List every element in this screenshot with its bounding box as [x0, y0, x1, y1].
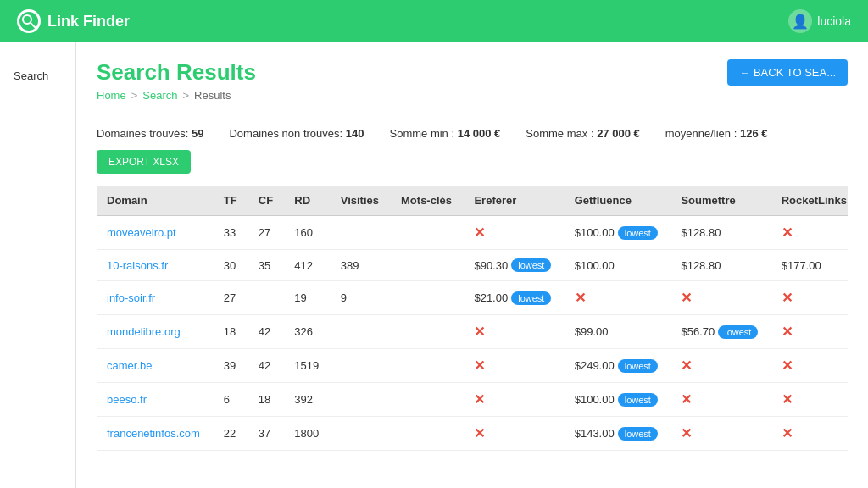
- lowest-badge: lowest: [511, 258, 551, 272]
- col-visities: Visities: [331, 186, 391, 216]
- breadcrumb: Home > Search > Results: [97, 89, 256, 102]
- cell-tf: 6: [214, 383, 248, 417]
- cell-tf: 22: [214, 417, 248, 451]
- cell-mots-cles: [391, 250, 464, 281]
- table-row: beeso.fr618392✕$100.00lowest✕✕: [97, 383, 848, 417]
- cell-visities: 389: [331, 250, 391, 281]
- cell-value: $90.30: [474, 259, 508, 272]
- table-cell: ✕: [464, 349, 564, 383]
- sum-max-label: Somme max :: [526, 127, 593, 140]
- table-row: 10-raisons.fr3035412389$90.30lowest$100.…: [97, 250, 848, 281]
- avg-value: 126 €: [740, 127, 768, 140]
- x-mark-icon: ✕: [782, 225, 793, 240]
- cell-domain[interactable]: camer.be: [97, 349, 214, 383]
- x-mark-icon: ✕: [474, 225, 485, 240]
- table-header: Domain TF CF RD Visities Mots-clés Erefe…: [97, 186, 848, 216]
- export-xlsx-button[interactable]: EXPORT XLSX: [97, 150, 191, 174]
- table-row: moveaveiro.pt3327160✕$100.00lowest$128.8…: [97, 216, 848, 250]
- col-rd: RD: [284, 186, 330, 216]
- cell-value: $143.00: [575, 427, 615, 440]
- table-cell: $90.30lowest: [464, 250, 564, 281]
- not-found-label: Domaines non trouvés:: [229, 127, 342, 140]
- cell-domain[interactable]: beeso.fr: [97, 383, 214, 417]
- cell-cf: 42: [248, 349, 285, 383]
- username: luciola: [817, 14, 851, 28]
- cell-domain[interactable]: mondelibre.org: [97, 315, 214, 349]
- results-table-wrap: Domain TF CF RD Visities Mots-clés Erefe…: [97, 186, 848, 451]
- sum-max-value: 27 000 €: [597, 127, 640, 140]
- cell-tf: 39: [214, 349, 248, 383]
- cell-value: $128.80: [681, 259, 721, 272]
- cell-cf: 35: [248, 250, 285, 281]
- back-to-search-button[interactable]: ← BACK TO SEA...: [727, 59, 848, 86]
- cell-visities: [331, 315, 391, 349]
- sum-min-stat: Somme min : 14 000 €: [390, 127, 501, 140]
- main-content: Search Results Home > Search > Results ←…: [76, 42, 868, 488]
- results-table: Domain TF CF RD Visities Mots-clés Erefe…: [97, 186, 848, 451]
- cell-cf: 27: [248, 216, 285, 250]
- stats-row: Domaines trouvés: 59 Domaines non trouvé…: [97, 115, 848, 143]
- found-value: 59: [192, 127, 203, 140]
- found-label: Domaines trouvés:: [97, 127, 188, 140]
- avg-stat: moyenne/lien : 126 €: [665, 127, 768, 140]
- col-tf: TF: [214, 186, 248, 216]
- lowest-badge: lowest: [618, 359, 658, 373]
- cell-value: $100.00: [575, 393, 615, 406]
- table-cell: $99.00: [565, 315, 671, 349]
- x-mark-icon: ✕: [681, 392, 692, 407]
- cell-domain[interactable]: francenetinfos.com: [97, 417, 214, 451]
- found-stat: Domaines trouvés: 59: [97, 127, 203, 140]
- table-cell: ✕: [670, 349, 771, 383]
- table-cell: ✕: [565, 281, 671, 315]
- cell-cf: 42: [248, 315, 285, 349]
- title-area: Search Results Home > Search > Results: [97, 59, 256, 102]
- sidebar-item-search[interactable]: Search: [0, 59, 75, 92]
- cell-domain[interactable]: info-soir.fr: [97, 281, 214, 315]
- x-mark-icon: ✕: [474, 426, 485, 441]
- x-mark-icon: ✕: [474, 358, 485, 373]
- app-header: Link Finder 👤 luciola: [0, 0, 868, 42]
- col-ereferer: Ereferer: [464, 186, 564, 216]
- cell-cf: [248, 281, 285, 315]
- cell-tf: 27: [214, 281, 248, 315]
- table-cell: $100.00: [565, 250, 671, 281]
- table-row: camer.be39421519✕$249.00lowest✕✕: [97, 349, 848, 383]
- cell-visities: [331, 216, 391, 250]
- table-cell: ✕: [771, 216, 848, 250]
- table-cell: $249.00lowest: [565, 349, 671, 383]
- breadcrumb-search[interactable]: Search: [142, 89, 177, 102]
- cell-value: $128.80: [681, 226, 721, 239]
- table-cell: $100.00lowest: [565, 216, 671, 250]
- x-mark-icon: ✕: [681, 291, 692, 305]
- table-cell: ✕: [464, 417, 564, 451]
- cell-visities: [331, 417, 391, 451]
- col-cf: CF: [248, 186, 285, 216]
- svg-line-1: [31, 23, 36, 28]
- table-cell: ✕: [771, 417, 848, 451]
- logo-icon: [17, 9, 41, 33]
- cell-value: $99.00: [575, 325, 609, 338]
- sidebar: Search: [0, 42, 76, 488]
- table-cell: ✕: [771, 281, 848, 315]
- cell-value: $249.00: [575, 359, 615, 372]
- cell-rd: 412: [284, 250, 330, 281]
- cell-domain[interactable]: moveaveiro.pt: [97, 216, 214, 250]
- x-mark-icon: ✕: [782, 426, 793, 441]
- x-mark-icon: ✕: [782, 358, 793, 373]
- cell-domain[interactable]: 10-raisons.fr: [97, 250, 214, 281]
- table-cell: ✕: [670, 417, 771, 451]
- table-cell: $128.80: [670, 216, 771, 250]
- table-cell: ✕: [771, 349, 848, 383]
- x-mark-icon: ✕: [681, 426, 692, 441]
- page-header: Search Results Home > Search > Results ←…: [97, 59, 848, 102]
- cell-rd: 392: [284, 383, 330, 417]
- breadcrumb-sep2: >: [182, 89, 189, 102]
- lowest-badge: lowest: [511, 291, 551, 305]
- breadcrumb-sep1: >: [131, 89, 138, 102]
- breadcrumb-home[interactable]: Home: [97, 89, 126, 102]
- x-mark-icon: ✕: [782, 324, 793, 339]
- cell-value: $100.00: [575, 226, 615, 239]
- x-mark-icon: ✕: [575, 291, 586, 305]
- cell-rd: 19: [284, 281, 330, 315]
- lowest-badge: lowest: [618, 427, 658, 441]
